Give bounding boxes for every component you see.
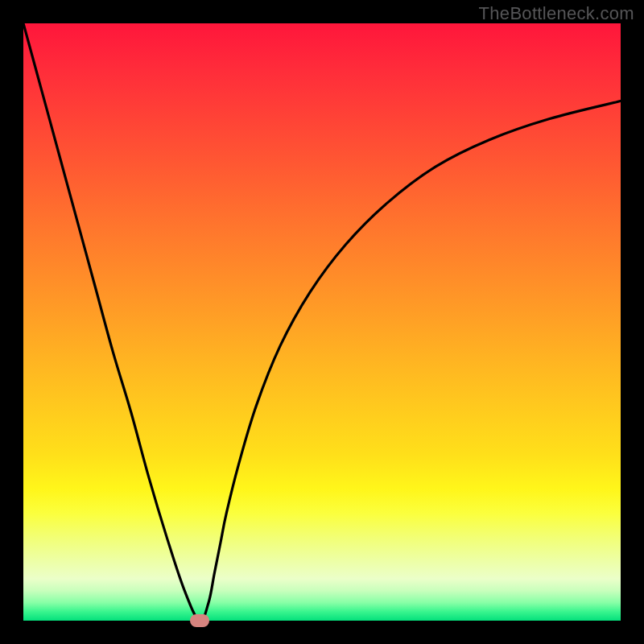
- curve-svg: [23, 23, 621, 621]
- bottleneck-curve: [23, 23, 621, 621]
- chart-frame: TheBottleneck.com: [0, 0, 644, 644]
- watermark-text: TheBottleneck.com: [479, 3, 634, 24]
- plot-area: [23, 23, 621, 621]
- min-marker: [190, 614, 209, 627]
